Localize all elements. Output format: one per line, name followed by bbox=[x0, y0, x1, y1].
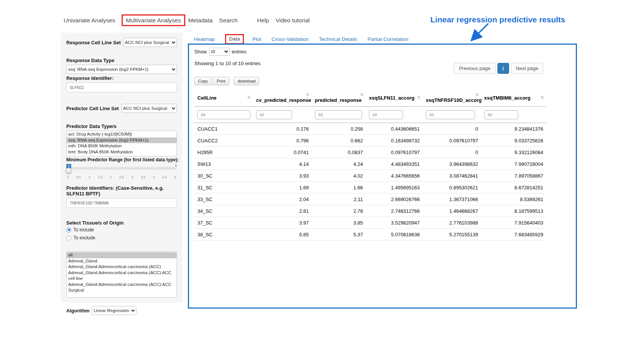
tissue-option-selected[interactable]: all bbox=[67, 252, 177, 258]
filter-input-xsqtmbim6-accorg[interactable] bbox=[484, 110, 518, 119]
sort-icon[interactable]: ⇅ bbox=[360, 92, 364, 97]
tissue-option[interactable]: Adrenal_Gland bbox=[67, 258, 177, 264]
value-cell: 0.0837 bbox=[312, 147, 366, 158]
nav-item-univariate-analyses[interactable]: Univariate Analyses bbox=[64, 17, 115, 24]
filter-input-cv-predicted-response[interactable] bbox=[256, 110, 292, 119]
filter-input-predicted-response[interactable] bbox=[315, 110, 362, 119]
cell-line-cell: 38_SC bbox=[194, 229, 253, 240]
slider-handle[interactable] bbox=[66, 168, 72, 174]
column-header-cv-predicted-response[interactable]: ⇅cv_predicted_response bbox=[253, 89, 312, 107]
sort-icon[interactable]: ⇅ bbox=[247, 95, 251, 100]
column-header-label: cv_predicted_response bbox=[256, 97, 311, 103]
to-include-radio[interactable]: To include bbox=[66, 227, 177, 232]
predictor-type-option[interactable]: act: Drug Activity (-log10[IC50M]) bbox=[67, 131, 177, 137]
results-panel: Show 10 entries Showing 1 to 10 of 10 en… bbox=[188, 44, 577, 309]
value-cell: 2.776103988 bbox=[423, 217, 481, 229]
predictor-type-option[interactable]: mth: DNA 850K Methylation bbox=[67, 143, 177, 149]
slider-tick: 4 bbox=[153, 175, 155, 179]
column-header-label: CellLine bbox=[197, 95, 217, 101]
response-cell-line-set-select[interactable]: ACC NCI plus Surgical bbox=[123, 38, 177, 47]
slider-track[interactable] bbox=[66, 167, 177, 170]
algorithm-field: Algorithm Linear Regression bbox=[66, 306, 177, 315]
response-identifier-label: Response Identifier: bbox=[66, 75, 177, 81]
tab-cross-validation[interactable]: Cross-Validation bbox=[272, 36, 309, 42]
value-cell: 7.990728004 bbox=[481, 158, 546, 170]
multivariate-highlight-box: Multivariate Analyses bbox=[122, 14, 185, 26]
slider-tick: 1 bbox=[89, 175, 91, 179]
cell-line-cell: CUACC2 bbox=[194, 135, 253, 147]
previous-page-button[interactable]: Previous page bbox=[454, 63, 495, 74]
column-header-xsqslfn11-accorg[interactable]: ⇅xsqSLFN11_accorg bbox=[366, 89, 423, 107]
tab-data[interactable]: Data bbox=[229, 36, 240, 42]
table-row: 33_SC 2.04 2.11 2.669026766 1.367371066 … bbox=[194, 193, 546, 205]
cell-line-cell: 31_SC bbox=[194, 182, 253, 193]
tissue-option[interactable]: Adrenal_Gland:Adrenocortical carcinoma (… bbox=[67, 282, 177, 293]
cell-line-cell: 30_SC bbox=[194, 170, 253, 182]
sort-icon[interactable]: ⇅ bbox=[475, 92, 479, 97]
download-button[interactable]: download bbox=[234, 77, 259, 85]
column-header-cellline[interactable]: ⇅CellLine bbox=[194, 89, 253, 107]
radio-checked-icon bbox=[66, 228, 71, 232]
nav-item-multivariate-analyses[interactable]: Multivariate Analyses bbox=[126, 17, 181, 23]
filter-input-cellline[interactable] bbox=[197, 110, 250, 119]
to-exclude-radio[interactable]: To exclude bbox=[66, 235, 177, 240]
pagination: Previous page 1 Next page bbox=[454, 63, 543, 74]
slider-tick: 4.5 bbox=[162, 175, 167, 179]
sort-icon[interactable]: ⇅ bbox=[417, 95, 420, 100]
value-cell: 2.81 bbox=[253, 205, 312, 217]
predictor-cell-line-set-select[interactable]: ACC NCI plus Surgical bbox=[121, 104, 177, 113]
column-header-label: xsqTNFRSF10D_accorg bbox=[426, 97, 481, 103]
value-cell: 8.5389261 bbox=[481, 193, 546, 205]
filter-input-xsqslfn11-accorg[interactable] bbox=[369, 110, 403, 119]
predictor-type-option[interactable]: bmt: Body DNA 850K Methylation bbox=[67, 149, 177, 155]
next-page-button[interactable]: Next page bbox=[511, 63, 543, 74]
value-cell: 3.087462841 bbox=[423, 170, 481, 182]
sort-icon[interactable]: ⇅ bbox=[541, 95, 544, 100]
tissue-option[interactable]: Adrenal_Gland:Adrenocortical carcinoma (… bbox=[67, 264, 177, 270]
value-cell: 0.0741 bbox=[253, 147, 312, 158]
cell-line-cell: 33_SC bbox=[194, 193, 253, 205]
cell-line-cell: 37_SC bbox=[194, 217, 253, 229]
response-identifier-input[interactable] bbox=[66, 83, 177, 92]
value-cell: 4.02 bbox=[312, 170, 366, 182]
field-label: Algorithm bbox=[66, 308, 89, 314]
page-number-button[interactable]: 1 bbox=[497, 63, 509, 74]
value-cell: 0.895302621 bbox=[423, 182, 481, 193]
filter-input-xsqtnfrsf10d-accorg[interactable] bbox=[426, 110, 475, 119]
tissue-option[interactable]: Adrenal_Gland:Adrenocortical carcinoma (… bbox=[67, 270, 177, 282]
column-header-xsqtmbim6-accorg[interactable]: ⇅xsqTMBIM6_accorg bbox=[481, 89, 546, 107]
tab-plot[interactable]: Plot bbox=[252, 36, 261, 42]
column-header-xsqtnfrsf10d-accorg[interactable]: ⇅xsqTNFRSF10D_accorg bbox=[423, 89, 481, 107]
nav-item-help[interactable]: Help bbox=[257, 17, 269, 24]
value-cell: 1.66 bbox=[312, 182, 366, 193]
value-cell: 0.443606651 bbox=[366, 123, 423, 135]
entries-per-page-select[interactable]: 10 bbox=[209, 48, 230, 56]
nav-item-video-tutorial[interactable]: Video tutorial bbox=[275, 17, 309, 24]
tissue-listbox[interactable]: all Adrenal_Gland Adrenal_Gland:Adrenoco… bbox=[66, 251, 177, 298]
page: Univariate Analyses Multivariate Analyse… bbox=[0, 0, 644, 362]
cell-line-cell: CUACC1 bbox=[194, 123, 253, 135]
tab-technical-details[interactable]: Technical Details bbox=[319, 36, 357, 42]
tab-heatmap[interactable]: Heatmap bbox=[194, 36, 215, 42]
tab-partial-correlation[interactable]: Partial Correlation bbox=[367, 36, 408, 42]
min-predictor-range-slider[interactable]: 0 5 0 0.5 1 1.5 2 2.5 3 3.5 4 4.5 5 bbox=[66, 164, 177, 182]
value-cell: 1.464668267 bbox=[423, 205, 481, 217]
sort-icon[interactable]: ⇅ bbox=[306, 92, 309, 97]
algorithm-select[interactable]: Linear Regression bbox=[92, 306, 136, 315]
tissue-origin-label: Select Tissue/s of Origin bbox=[66, 220, 177, 226]
value-cell: 4.347665656 bbox=[366, 170, 423, 182]
response-data-type-select[interactable]: xsq: RNA-seq Expression (log2 FPKM+1) bbox=[66, 65, 177, 74]
value-cell: 7.683485929 bbox=[481, 229, 546, 240]
nav-item-metadata[interactable]: Metadata bbox=[188, 17, 213, 24]
radio-label: To include bbox=[73, 227, 94, 232]
print-button[interactable]: Print bbox=[213, 77, 229, 85]
value-cell: 0 bbox=[423, 147, 481, 158]
copy-button[interactable]: Copy bbox=[194, 77, 212, 85]
predictor-identifiers-input[interactable] bbox=[66, 198, 177, 208]
results-tabs: Heatmap Data Plot Cross-Validation Techn… bbox=[194, 34, 419, 44]
column-header-predicted-response[interactable]: ⇅predicted_response bbox=[312, 89, 366, 107]
predictor-data-types-listbox[interactable]: act: Drug Activity (-log10[IC50M]) xsq: … bbox=[66, 131, 177, 156]
export-buttons: Copy Print download bbox=[194, 77, 571, 85]
nav-item-search[interactable]: Search bbox=[219, 17, 238, 24]
predictor-type-option-selected[interactable]: xsq: RNA-seq Expression (log2 FPKM+1) bbox=[67, 137, 177, 144]
